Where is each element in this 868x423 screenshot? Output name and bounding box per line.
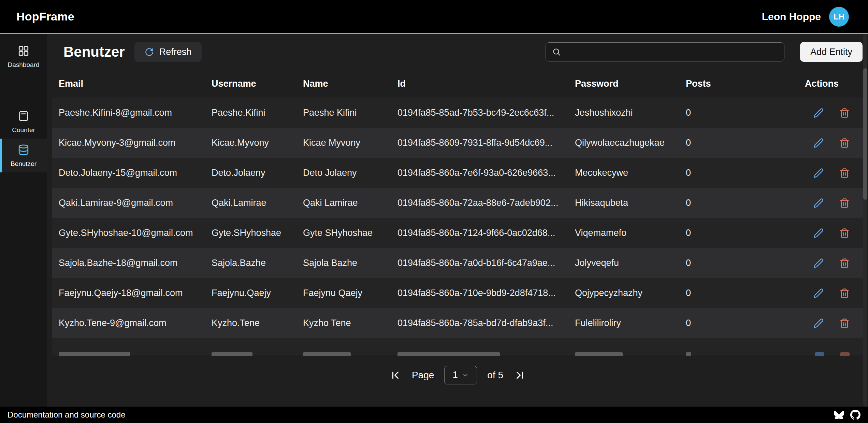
- cell-username: Sajola.Bazhe: [205, 258, 296, 268]
- cell-password: Qilywolaecazhugekae: [568, 138, 679, 148]
- refresh-button[interactable]: Refresh: [134, 42, 202, 62]
- cell-id: 0194fa85-860a-785a-bd7d-dfab9a3f...: [391, 318, 568, 328]
- cell-id: 0194fa85-860a-72aa-88e6-7adeb902...: [391, 198, 568, 208]
- cell-posts: 0: [679, 228, 778, 238]
- column-header-actions: Actions: [778, 79, 863, 89]
- sidebar-item-label: Dashboard: [8, 61, 40, 69]
- trash-icon: [839, 288, 850, 298]
- delete-button[interactable]: [839, 198, 850, 208]
- table-row: Deto.Jolaeny-15@gmail.com Deto.Jolaeny D…: [52, 158, 863, 188]
- table-header-row: Email Username Name Id Password Posts Ac…: [52, 70, 863, 98]
- search-input[interactable]: [566, 47, 778, 57]
- top-bar: HopFrame Leon Hoppe LH: [0, 0, 868, 34]
- cell-email: Deto.Jolaeny-15@gmail.com: [52, 168, 205, 178]
- cell-posts: 0: [679, 258, 778, 268]
- refresh-icon: [145, 47, 154, 57]
- delete-button[interactable]: [839, 228, 850, 238]
- app-logo[interactable]: HopFrame: [16, 10, 74, 23]
- cell-id: 0194fa85-860a-7124-9f66-0ac02d68...: [391, 228, 568, 238]
- sidebar-item-counter[interactable]: Counter: [0, 105, 47, 139]
- cell-id: 0194fa85-8609-7931-8ffa-9d54dc69...: [391, 138, 568, 148]
- sidebar: Dashboard Counter: [0, 34, 47, 407]
- cell-username: Paeshe.Kifini: [205, 108, 296, 118]
- user-name: Leon Hoppe: [762, 11, 821, 23]
- avatar[interactable]: LH: [829, 7, 849, 27]
- cell-username: Faejynu.Qaejy: [205, 288, 296, 298]
- column-header-id: Id: [391, 79, 568, 89]
- sidebar-spacer: [0, 73, 47, 105]
- trash-icon: [839, 168, 850, 178]
- first-page-button[interactable]: [389, 369, 402, 381]
- add-entity-button[interactable]: Add Entity: [800, 42, 863, 62]
- github-icon[interactable]: [850, 410, 860, 420]
- cell-actions: [778, 258, 863, 268]
- last-page-button[interactable]: [513, 369, 526, 381]
- trash-icon: [839, 108, 850, 118]
- footer: Documentation and source code: [0, 407, 868, 423]
- cell-password: Jolyveqefu: [568, 258, 679, 268]
- sidebar-item-benutzer[interactable]: Benutzer: [0, 139, 47, 172]
- cell-posts: 0: [679, 168, 778, 178]
- edit-button[interactable]: [813, 258, 824, 268]
- database-icon: [18, 144, 29, 157]
- footer-link[interactable]: Documentation and source code: [8, 410, 126, 420]
- cell-posts: 0: [679, 198, 778, 208]
- pencil-icon: [813, 138, 824, 148]
- delete-button[interactable]: [839, 318, 850, 328]
- edit-button[interactable]: [813, 198, 824, 208]
- cell-email: Qaki.Lamirae-9@gmail.com: [52, 198, 205, 208]
- chevron-first-icon: [389, 369, 402, 381]
- scrollbar-track[interactable]: [863, 34, 867, 407]
- sidebar-item-label: Benutzer: [11, 160, 37, 168]
- cell-id: 0194fa85-85ad-7b53-bc49-2ec6c63f...: [391, 108, 568, 118]
- edit-button[interactable]: [813, 108, 824, 118]
- pencil-icon: [813, 228, 824, 238]
- pencil-icon: [813, 108, 824, 118]
- cell-actions: [778, 168, 863, 178]
- edit-button[interactable]: [813, 228, 824, 238]
- main-content: Benutzer Refresh Add Entity: [47, 34, 868, 407]
- cell-email: Sajola.Bazhe-18@gmail.com: [52, 258, 205, 268]
- sidebar-item-label: Counter: [12, 126, 35, 134]
- delete-button[interactable]: [839, 168, 850, 178]
- scrollbar-thumb[interactable]: [863, 68, 867, 200]
- cell-actions: [778, 288, 863, 298]
- delete-button[interactable]: [839, 288, 850, 298]
- edit-button[interactable]: [813, 168, 824, 178]
- cell-password: Viqemamefo: [568, 228, 679, 238]
- delete-button[interactable]: [839, 138, 850, 148]
- table-row: Qaki.Lamirae-9@gmail.com Qaki.Lamirae Qa…: [52, 188, 863, 218]
- toolbar: Benutzer Refresh Add Entity: [47, 34, 868, 70]
- cell-posts: 0: [679, 138, 778, 148]
- cell-name: Gyte SHyhoshae: [296, 228, 391, 238]
- delete-button[interactable]: [839, 108, 850, 118]
- cell-posts: 0: [679, 288, 778, 298]
- table-row: Gyte.SHyhoshae-10@gmail.com Gyte.SHyhosh…: [52, 218, 863, 248]
- cell-actions: [778, 198, 863, 208]
- search-icon: [552, 47, 561, 56]
- sidebar-item-dashboard[interactable]: Dashboard: [0, 40, 47, 73]
- search-box: [546, 42, 784, 61]
- edit-button[interactable]: [813, 318, 824, 328]
- cell-id: 0194fa85-860a-7a0d-b16f-6c47a9ae...: [391, 258, 568, 268]
- refresh-label: Refresh: [159, 47, 192, 57]
- table-row-clipped: [52, 338, 863, 355]
- current-page: 1: [453, 370, 458, 380]
- cell-username: Gyte.SHyhoshae: [205, 228, 296, 238]
- cell-actions: [778, 138, 863, 148]
- cell-email: Kyzho.Tene-9@gmail.com: [52, 318, 205, 328]
- dashboard-grid-icon: [18, 45, 29, 58]
- edit-button[interactable]: [813, 288, 824, 298]
- pencil-icon: [813, 288, 824, 298]
- delete-button[interactable]: [839, 258, 850, 268]
- chevron-last-icon: [513, 369, 526, 381]
- trash-icon: [839, 318, 850, 328]
- cell-id: 0194fa85-860a-7e6f-93a0-626e9663...: [391, 168, 568, 178]
- chevron-down-icon: [462, 372, 469, 379]
- table-row: Kyzho.Tene-9@gmail.com Kyzho.Tene Kyzho …: [52, 308, 863, 338]
- cell-name: Kicae Myvony: [296, 138, 391, 148]
- page-select[interactable]: 1: [444, 366, 477, 384]
- edit-button[interactable]: [813, 138, 824, 148]
- bluesky-icon[interactable]: [834, 410, 844, 419]
- cell-password: Fuleliliroliry: [568, 318, 679, 328]
